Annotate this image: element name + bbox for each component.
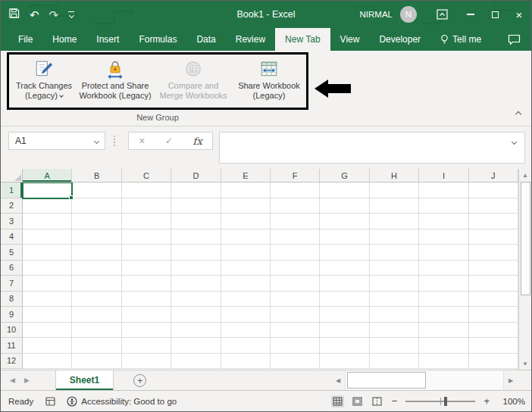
cell-H1[interactable] [370, 183, 419, 198]
name-box-dropdown-icon[interactable] [94, 138, 99, 143]
column-header-A[interactable]: A [23, 169, 72, 183]
cell-F6[interactable] [271, 261, 320, 276]
cell-B8[interactable] [72, 292, 121, 307]
zoom-slider[interactable] [405, 397, 475, 406]
cell-F8[interactable] [271, 292, 320, 307]
column-header-F[interactable]: F [271, 169, 320, 183]
cell-E12[interactable] [221, 354, 271, 370]
cell-D5[interactable] [171, 245, 221, 261]
column-header-C[interactable]: C [122, 169, 171, 183]
row-header-11[interactable]: 11 [1, 338, 23, 354]
cell-B12[interactable] [72, 354, 121, 370]
cell-I11[interactable] [419, 338, 468, 354]
cell-A7[interactable] [23, 276, 72, 292]
cell-B6[interactable] [72, 261, 121, 276]
cell-G7[interactable] [320, 276, 369, 292]
qat-customize-button[interactable] [68, 11, 74, 18]
cell-I2[interactable] [419, 198, 468, 214]
cell-A3[interactable] [23, 214, 72, 229]
cell-I3[interactable] [419, 214, 468, 229]
sheet-nav-next-button[interactable]: ▶ [20, 376, 34, 384]
cell-E2[interactable] [221, 198, 271, 214]
cell-E11[interactable] [221, 338, 271, 354]
vertical-scroll-thumb[interactable] [521, 182, 530, 295]
formula-input[interactable] [219, 132, 525, 164]
cell-D11[interactable] [171, 338, 221, 354]
horizontal-scrollbar[interactable]: ◀ ▶ [331, 370, 518, 390]
share-workbook-button[interactable]: Share Workbook (Legacy) [233, 57, 305, 108]
cell-A4[interactable] [23, 229, 72, 245]
cell-J6[interactable] [469, 261, 518, 276]
undo-button[interactable]: ↶ [30, 9, 39, 20]
protect-and-share-workbook-button[interactable]: Protect and Share Workbook (Legacy) [77, 57, 153, 108]
column-header-H[interactable]: H [370, 169, 419, 183]
cell-F4[interactable] [271, 229, 320, 245]
cell-I12[interactable] [419, 354, 468, 370]
formula-bar-grip[interactable] [114, 136, 115, 146]
cell-E5[interactable] [221, 245, 271, 261]
cell-B4[interactable] [72, 229, 121, 245]
cell-H3[interactable] [370, 214, 419, 229]
cell-C8[interactable] [122, 292, 171, 307]
collapse-ribbon-button[interactable] [516, 106, 521, 120]
tab-developer[interactable]: Developer [369, 28, 430, 51]
minimize-button[interactable] [458, 1, 483, 28]
cell-C12[interactable] [122, 354, 171, 370]
cell-A8[interactable] [23, 292, 72, 307]
cell-G8[interactable] [320, 292, 369, 307]
cell-J12[interactable] [469, 354, 518, 370]
cell-D9[interactable] [171, 307, 221, 323]
cell-G6[interactable] [320, 261, 369, 276]
cell-A5[interactable] [23, 245, 72, 261]
cell-E7[interactable] [221, 276, 271, 292]
redo-button[interactable]: ↷ [49, 9, 59, 20]
hscroll-right-button[interactable]: ▶ [504, 370, 518, 390]
cell-A6[interactable] [23, 261, 72, 276]
vertical-scrollbar[interactable]: ▲ ▼ [518, 169, 531, 370]
cell-H2[interactable] [370, 198, 419, 214]
cell-F2[interactable] [271, 198, 320, 214]
cell-J5[interactable] [469, 245, 518, 261]
cell-C10[interactable] [122, 323, 171, 339]
cell-H11[interactable] [370, 338, 419, 354]
cell-J9[interactable] [469, 307, 518, 323]
cell-A2[interactable] [23, 198, 72, 214]
cell-I4[interactable] [419, 229, 468, 245]
cell-B11[interactable] [72, 338, 121, 354]
cell-C4[interactable] [122, 229, 171, 245]
cell-H10[interactable] [370, 323, 419, 339]
fill-handle[interactable] [69, 195, 74, 200]
zoom-level[interactable]: 100% [498, 397, 525, 406]
close-button[interactable]: × [507, 1, 531, 28]
page-layout-view-button[interactable] [351, 395, 364, 407]
cell-F5[interactable] [271, 245, 320, 261]
cell-G5[interactable] [320, 245, 369, 261]
cell-I6[interactable] [419, 261, 468, 276]
cell-D2[interactable] [171, 198, 221, 214]
cell-B5[interactable] [72, 245, 121, 261]
cell-C5[interactable] [122, 245, 171, 261]
cell-G11[interactable] [320, 338, 369, 354]
maximize-button[interactable] [483, 1, 507, 28]
cell-G10[interactable] [320, 323, 369, 339]
cell-F9[interactable] [271, 307, 320, 323]
normal-view-button[interactable] [331, 395, 344, 407]
cell-I7[interactable] [419, 276, 468, 292]
cell-F7[interactable] [271, 276, 320, 292]
column-header-I[interactable]: I [419, 169, 468, 183]
cell-C7[interactable] [122, 276, 171, 292]
cell-D3[interactable] [171, 214, 221, 229]
cell-H9[interactable] [370, 307, 419, 323]
scroll-down-button[interactable]: ▼ [519, 357, 531, 370]
tab-data[interactable]: Data [186, 28, 225, 51]
row-header-2[interactable]: 2 [1, 198, 23, 214]
cell-I1[interactable] [419, 183, 468, 198]
cell-E10[interactable] [221, 323, 271, 339]
cell-A10[interactable] [23, 323, 72, 339]
cell-B3[interactable] [72, 214, 121, 229]
zoom-slider-thumb[interactable] [444, 397, 447, 406]
column-header-G[interactable]: G [320, 169, 369, 183]
tab-file[interactable]: File [8, 28, 42, 51]
cell-A11[interactable] [23, 338, 72, 354]
sheet-tab-sheet1[interactable]: Sheet1 [55, 370, 114, 390]
